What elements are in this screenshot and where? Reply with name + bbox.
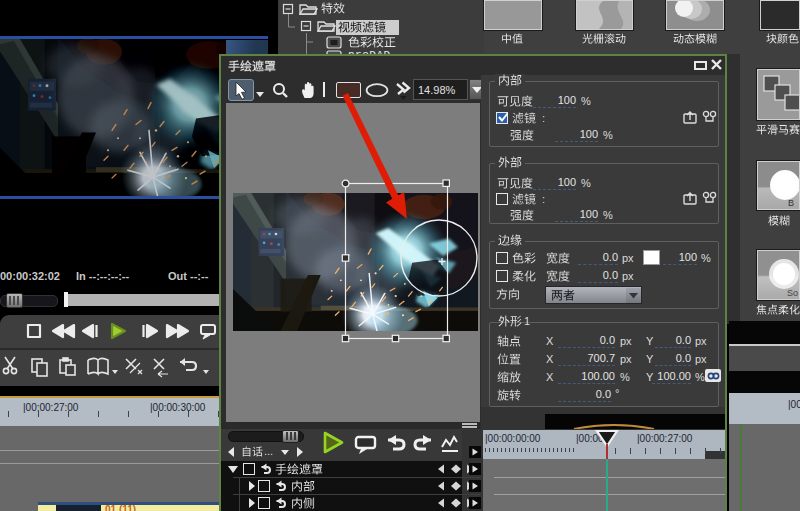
svg-text:So: So (787, 288, 798, 298)
svg-text:B: B (788, 198, 794, 208)
